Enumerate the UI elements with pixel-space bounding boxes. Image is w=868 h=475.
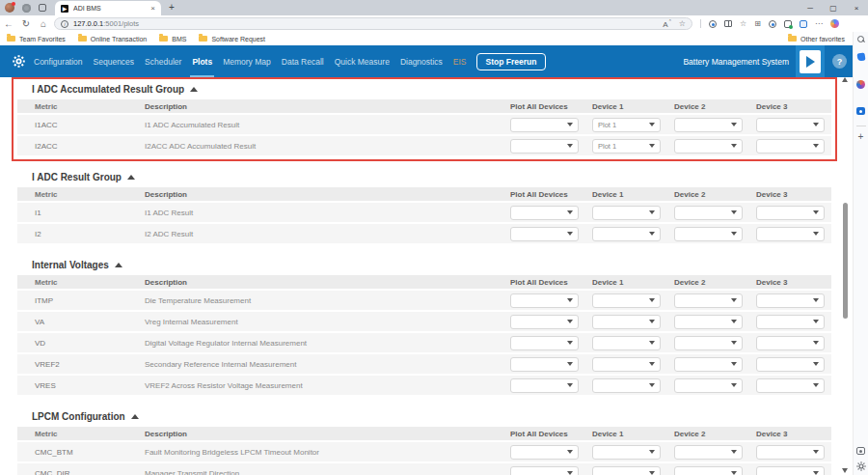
plot-all-devices-select[interactable] <box>510 336 579 350</box>
collapse-arrow-icon[interactable] <box>115 263 122 267</box>
device-1-select[interactable] <box>592 378 661 393</box>
read-aloud-icon[interactable]: A⌃ <box>663 19 672 29</box>
device-2-select[interactable] <box>674 118 743 132</box>
nav-item-eis[interactable]: EIS <box>453 45 467 77</box>
plot-all-devices-select[interactable] <box>510 206 579 220</box>
nav-item-configuration[interactable]: Configuration <box>34 45 83 77</box>
scroll-down-icon[interactable] <box>842 468 848 473</box>
device-3-select[interactable] <box>756 378 825 393</box>
bookmark-folder[interactable]: Online Transaction <box>78 36 147 42</box>
back-button[interactable]: ← <box>0 18 17 29</box>
nav-item-diagnostics[interactable]: Diagnostics <box>400 45 443 77</box>
collapse-arrow-icon[interactable] <box>127 175 135 180</box>
plot-all-devices-select[interactable] <box>510 466 579 475</box>
plot-all-devices-select[interactable] <box>510 118 579 132</box>
web-capture-icon[interactable] <box>800 20 807 28</box>
device-3-select[interactable] <box>756 293 825 308</box>
device-1-select[interactable] <box>592 466 661 475</box>
close-button[interactable]: × <box>845 4 868 13</box>
new-tab-button[interactable]: + <box>169 2 175 13</box>
browser-tab[interactable]: ▶ ADI BMS × <box>55 1 161 15</box>
other-favorites[interactable]: Other favorites <box>788 36 845 42</box>
device-2-select[interactable] <box>674 315 743 329</box>
more-menu-icon[interactable]: ⋯ <box>815 20 823 28</box>
bookmark-folder[interactable]: Software Request <box>199 36 265 42</box>
shopping-tag-icon[interactable] <box>856 52 865 61</box>
bookmark-folder[interactable]: Team Favorites <box>7 36 66 42</box>
minimize-button[interactable]: ─ <box>799 4 822 13</box>
add-sidebar-item-icon[interactable]: + <box>858 132 864 142</box>
plot-all-devices-select[interactable] <box>510 139 579 154</box>
m365-apps-icon[interactable] <box>856 80 865 89</box>
settings-gear-icon[interactable] <box>13 55 25 68</box>
device-3-select[interactable] <box>756 118 825 132</box>
device-2-select[interactable] <box>674 336 743 350</box>
address-bar[interactable]: i 127.0.0.1:5001/plots A⌃ ☆ <box>54 17 692 30</box>
copilot-icon[interactable] <box>830 19 839 28</box>
device-1-select[interactable] <box>592 293 661 308</box>
plot-all-devices-select[interactable] <box>510 378 579 393</box>
nav-item-memory-map[interactable]: Memory Map <box>223 45 271 77</box>
device-1-select[interactable] <box>592 445 661 460</box>
run-button[interactable] <box>796 45 825 77</box>
gear-icon[interactable] <box>856 461 866 471</box>
group-header[interactable]: LPCM Configuration <box>17 410 831 423</box>
group-header[interactable]: I ADC Result Group <box>17 171 831 183</box>
home-button[interactable]: ⌂ <box>35 18 52 29</box>
plot-all-devices-select[interactable] <box>510 227 579 241</box>
nav-item-scheduler[interactable]: Scheduler <box>145 45 181 77</box>
image-tool-icon[interactable] <box>856 447 865 455</box>
workspaces-icon[interactable] <box>22 4 31 13</box>
device-3-select[interactable] <box>756 206 825 220</box>
favorites-icon[interactable]: ☆ <box>740 20 746 28</box>
extensions-icon[interactable] <box>784 20 792 28</box>
device-2-select[interactable] <box>674 466 743 475</box>
device-2-select[interactable] <box>674 293 743 308</box>
device-2-select[interactable] <box>674 378 743 393</box>
tab-close-icon[interactable]: × <box>150 4 155 13</box>
device-1-select[interactable] <box>592 206 661 220</box>
maximize-button[interactable]: ▢ <box>822 4 845 13</box>
bookmark-folder[interactable]: BMS <box>159 36 186 42</box>
favorite-star-icon[interactable]: ☆ <box>679 20 686 28</box>
device-3-select[interactable] <box>756 466 825 475</box>
page-scrollbar[interactable] <box>841 75 850 475</box>
device-2-select[interactable] <box>674 357 743 372</box>
collections-icon[interactable]: ⊞ <box>754 20 761 28</box>
device-2-select[interactable] <box>674 139 743 154</box>
profile-avatar-icon[interactable] <box>5 3 14 13</box>
scroll-up-icon[interactable] <box>842 77 848 82</box>
nav-item-data-recall[interactable]: Data Recall <box>282 45 324 77</box>
scrollbar-thumb[interactable] <box>843 203 848 319</box>
reload-button[interactable]: ↻ <box>17 18 35 29</box>
plot-all-devices-select[interactable] <box>510 357 579 372</box>
collapse-arrow-icon[interactable] <box>131 414 139 419</box>
group-header[interactable]: I ADC Accumulated Result Group <box>17 83 831 96</box>
plot-all-devices-select[interactable] <box>510 293 579 308</box>
device-3-select[interactable] <box>756 227 825 241</box>
device-3-select[interactable] <box>756 445 825 460</box>
device-2-select[interactable] <box>674 445 743 460</box>
plot-all-devices-select[interactable] <box>510 315 579 329</box>
device-2-select[interactable] <box>674 206 743 220</box>
device-1-select[interactable] <box>592 336 661 350</box>
device-1-select[interactable] <box>592 315 661 329</box>
performance-icon[interactable] <box>769 20 776 28</box>
nav-item-sequences[interactable]: Sequences <box>94 45 135 77</box>
group-header[interactable]: Internal Voltages <box>17 259 831 271</box>
device-2-select[interactable] <box>674 227 743 241</box>
browser-essentials-icon[interactable] <box>709 20 717 28</box>
device-1-select[interactable] <box>592 227 661 241</box>
device-3-select[interactable] <box>756 139 825 154</box>
nav-item-plots[interactable]: Plots <box>192 45 212 77</box>
device-1-select[interactable]: Plot 1 <box>592 118 661 132</box>
screenshot-icon[interactable] <box>856 107 865 115</box>
plot-all-devices-select[interactable] <box>510 445 579 460</box>
split-screen-icon[interactable] <box>724 20 732 27</box>
search-icon[interactable] <box>857 36 864 42</box>
device-3-select[interactable] <box>756 357 825 372</box>
collapse-arrow-icon[interactable] <box>190 87 198 92</box>
nav-item-quick-measure[interactable]: Quick Measure <box>335 45 390 77</box>
site-info-icon[interactable]: i <box>61 20 68 28</box>
device-3-select[interactable] <box>756 315 825 329</box>
